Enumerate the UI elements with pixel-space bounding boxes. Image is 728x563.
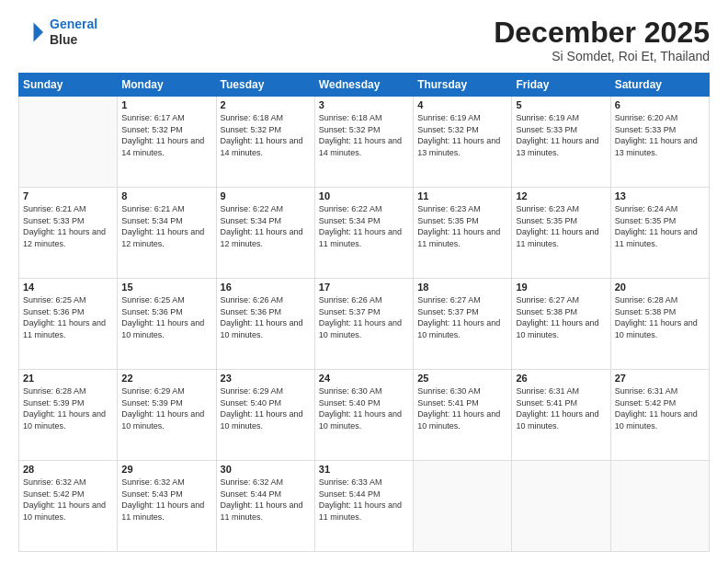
calendar-page: General Blue December 2025 Si Somdet, Ro… [0,0,728,563]
day-info: Sunrise: 6:25 AMSunset: 5:36 PMDaylight:… [23,294,113,340]
day-cell-30: 30Sunrise: 6:32 AMSunset: 5:44 PMDayligh… [216,461,314,552]
day-cell-14: 14Sunrise: 6:25 AMSunset: 5:36 PMDayligh… [19,279,118,370]
day-cell-1: 1Sunrise: 6:17 AMSunset: 5:32 PMDaylight… [118,97,216,188]
day-info: Sunrise: 6:22 AMSunset: 5:34 PMDaylight:… [221,203,311,249]
day-info: Sunrise: 6:26 AMSunset: 5:37 PMDaylight:… [319,294,409,340]
day-cell-13: 13Sunrise: 6:24 AMSunset: 5:35 PMDayligh… [610,188,709,279]
day-cell-2: 2Sunrise: 6:18 AMSunset: 5:32 PMDaylight… [216,97,314,188]
day-info: Sunrise: 6:31 AMSunset: 5:42 PMDaylight:… [615,385,705,431]
day-info: Sunrise: 6:30 AMSunset: 5:40 PMDaylight:… [319,385,409,431]
day-number: 23 [221,373,311,384]
day-cell-11: 11Sunrise: 6:23 AMSunset: 5:35 PMDayligh… [414,188,512,279]
day-number: 10 [319,190,409,201]
day-cell-4: 4Sunrise: 6:19 AMSunset: 5:32 PMDaylight… [414,97,512,188]
day-info: Sunrise: 6:24 AMSunset: 5:35 PMDaylight:… [615,203,705,249]
day-number: 9 [221,190,311,201]
day-cell-29: 29Sunrise: 6:32 AMSunset: 5:43 PMDayligh… [118,461,216,552]
day-info: Sunrise: 6:32 AMSunset: 5:42 PMDaylight:… [23,477,113,523]
day-info: Sunrise: 6:18 AMSunset: 5:32 PMDaylight:… [221,112,311,158]
day-number: 29 [121,464,211,475]
day-number: 16 [221,282,311,293]
week-row-4: 21Sunrise: 6:28 AMSunset: 5:39 PMDayligh… [19,370,710,461]
day-cell-3: 3Sunrise: 6:18 AMSunset: 5:32 PMDaylight… [314,97,413,188]
logo: General Blue [18,17,97,48]
day-cell-28: 28Sunrise: 6:32 AMSunset: 5:42 PMDayligh… [19,461,118,552]
day-number: 22 [121,373,211,384]
day-cell-19: 19Sunrise: 6:27 AMSunset: 5:38 PMDayligh… [512,279,610,370]
day-cell-21: 21Sunrise: 6:28 AMSunset: 5:39 PMDayligh… [19,370,118,461]
day-number: 17 [319,282,409,293]
day-info: Sunrise: 6:21 AMSunset: 5:34 PMDaylight:… [121,203,211,249]
week-row-1: 1Sunrise: 6:17 AMSunset: 5:32 PMDaylight… [19,97,710,188]
weekday-header-sunday: Sunday [19,74,118,97]
day-number: 18 [417,282,507,293]
location-subtitle: Si Somdet, Roi Et, Thailand [494,49,710,63]
day-cell-7: 7Sunrise: 6:21 AMSunset: 5:33 PMDaylight… [19,188,118,279]
day-number: 4 [417,99,507,110]
weekday-header-wednesday: Wednesday [314,74,413,97]
day-number: 31 [319,464,409,475]
day-number: 6 [615,99,705,110]
weekday-header-row: SundayMondayTuesdayWednesdayThursdayFrid… [19,74,710,97]
day-info: Sunrise: 6:28 AMSunset: 5:39 PMDaylight:… [23,385,113,431]
day-number: 25 [417,373,507,384]
day-cell-6: 6Sunrise: 6:20 AMSunset: 5:33 PMDaylight… [610,97,709,188]
weekday-header-saturday: Saturday [610,74,709,97]
day-number: 14 [23,282,113,293]
day-number: 21 [23,373,113,384]
day-cell-23: 23Sunrise: 6:29 AMSunset: 5:40 PMDayligh… [216,370,314,461]
day-info: Sunrise: 6:23 AMSunset: 5:35 PMDaylight:… [417,203,507,249]
weekday-header-tuesday: Tuesday [216,74,314,97]
day-info: Sunrise: 6:26 AMSunset: 5:36 PMDaylight:… [221,294,311,340]
day-cell-17: 17Sunrise: 6:26 AMSunset: 5:37 PMDayligh… [314,279,413,370]
day-info: Sunrise: 6:21 AMSunset: 5:33 PMDaylight:… [23,203,113,249]
svg-marker-1 [38,22,43,28]
day-info: Sunrise: 6:23 AMSunset: 5:35 PMDaylight:… [516,203,606,249]
day-cell-16: 16Sunrise: 6:26 AMSunset: 5:36 PMDayligh… [216,279,314,370]
empty-cell [19,97,118,188]
logo-icon [18,18,46,46]
day-info: Sunrise: 6:29 AMSunset: 5:39 PMDaylight:… [121,385,211,431]
logo-line2: Blue [50,32,97,48]
logo-line1: General [50,17,97,31]
day-info: Sunrise: 6:20 AMSunset: 5:33 PMDaylight:… [615,112,705,158]
day-cell-5: 5Sunrise: 6:19 AMSunset: 5:33 PMDaylight… [512,97,610,188]
weekday-header-friday: Friday [512,74,610,97]
day-cell-22: 22Sunrise: 6:29 AMSunset: 5:39 PMDayligh… [118,370,216,461]
day-info: Sunrise: 6:29 AMSunset: 5:40 PMDaylight:… [221,385,311,431]
day-number: 8 [121,190,211,201]
day-info: Sunrise: 6:30 AMSunset: 5:41 PMDaylight:… [417,385,507,431]
day-cell-10: 10Sunrise: 6:22 AMSunset: 5:34 PMDayligh… [314,188,413,279]
month-title: December 2025 [494,17,710,49]
day-number: 15 [121,282,211,293]
title-block: December 2025 Si Somdet, Roi Et, Thailan… [494,17,710,63]
empty-cell [610,461,709,552]
day-cell-20: 20Sunrise: 6:28 AMSunset: 5:38 PMDayligh… [610,279,709,370]
week-row-5: 28Sunrise: 6:32 AMSunset: 5:42 PMDayligh… [19,461,710,552]
day-info: Sunrise: 6:28 AMSunset: 5:38 PMDaylight:… [615,294,705,340]
week-row-2: 7Sunrise: 6:21 AMSunset: 5:33 PMDaylight… [19,188,710,279]
day-info: Sunrise: 6:33 AMSunset: 5:44 PMDaylight:… [319,477,409,523]
day-info: Sunrise: 6:27 AMSunset: 5:37 PMDaylight:… [417,294,507,340]
weekday-header-monday: Monday [118,74,216,97]
day-cell-18: 18Sunrise: 6:27 AMSunset: 5:37 PMDayligh… [414,279,512,370]
day-number: 13 [615,190,705,201]
day-number: 7 [23,190,113,201]
day-cell-9: 9Sunrise: 6:22 AMSunset: 5:34 PMDaylight… [216,188,314,279]
day-number: 30 [221,464,311,475]
day-info: Sunrise: 6:19 AMSunset: 5:33 PMDaylight:… [516,112,606,158]
day-info: Sunrise: 6:31 AMSunset: 5:41 PMDaylight:… [516,385,606,431]
weekday-header-thursday: Thursday [414,74,512,97]
day-cell-25: 25Sunrise: 6:30 AMSunset: 5:41 PMDayligh… [414,370,512,461]
day-cell-12: 12Sunrise: 6:23 AMSunset: 5:35 PMDayligh… [512,188,610,279]
empty-cell [414,461,512,552]
day-info: Sunrise: 6:17 AMSunset: 5:32 PMDaylight:… [121,112,211,158]
empty-cell [512,461,610,552]
day-number: 2 [221,99,311,110]
day-info: Sunrise: 6:27 AMSunset: 5:38 PMDaylight:… [516,294,606,340]
day-cell-24: 24Sunrise: 6:30 AMSunset: 5:40 PMDayligh… [314,370,413,461]
day-number: 5 [516,99,606,110]
day-info: Sunrise: 6:32 AMSunset: 5:44 PMDaylight:… [221,477,311,523]
day-info: Sunrise: 6:25 AMSunset: 5:36 PMDaylight:… [121,294,211,340]
day-number: 20 [615,282,705,293]
